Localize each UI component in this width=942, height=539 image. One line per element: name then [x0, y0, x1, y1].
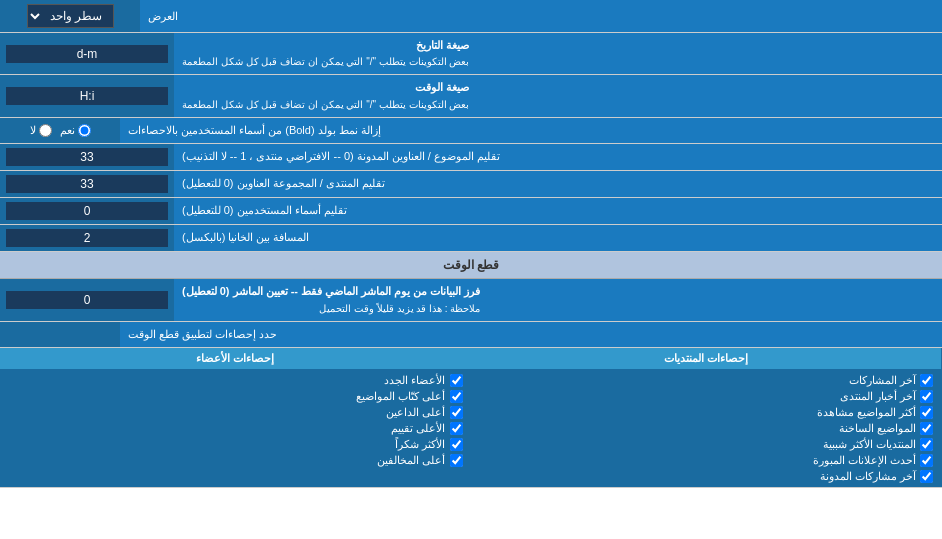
gap-input[interactable]: [6, 229, 168, 247]
forum-address-input[interactable]: [6, 175, 168, 193]
checkbox-label-6[interactable]: آخر مشاركات المدونة: [479, 470, 934, 483]
checkbox-label-4[interactable]: المنتديات الأكثر شببية: [479, 438, 934, 451]
usernames-trim-input-cell: [0, 198, 174, 224]
stats-apply-row: حدد إحصاءات لتطبيق قطع الوقت: [0, 322, 942, 348]
checkbox-m-label-4[interactable]: الأكثر شكراً: [8, 438, 463, 451]
cutoff-row: فرز البيانات من يوم الماشر الماضي فقط --…: [0, 279, 942, 321]
checkbox-label-2[interactable]: أكثر المواضيع مشاهدة: [479, 406, 934, 419]
date-format-label: صيغة التاريخ بعض التكوينات يتطلب "/" الت…: [174, 33, 942, 74]
checkboxes-area: إحصاءات المنتديات آخر المشاركات آخر أخبا…: [0, 348, 942, 488]
member-stats-col: إحصاءات الأعضاء الأعضاء الجدد أعلى كتّاب…: [0, 348, 471, 487]
forum-stats-checkboxes: آخر المشاركات آخر أخبار المنتدى أكثر الم…: [471, 370, 942, 487]
checkbox-label-1[interactable]: آخر أخبار المنتدى: [479, 390, 934, 403]
cutoff-label: فرز البيانات من يوم الماشر الماضي فقط --…: [174, 279, 942, 320]
member-stats-header: إحصاءات الأعضاء: [0, 348, 471, 370]
top-dropdown-cell[interactable]: سطر واحد سطران ثلاثة أسطر: [0, 0, 140, 32]
checkbox-m-4[interactable]: [450, 438, 463, 451]
checkbox-label-3[interactable]: المواضيع الساخنة: [479, 422, 934, 435]
date-format-input[interactable]: [6, 45, 168, 63]
checkbox-6[interactable]: [920, 470, 933, 483]
radio-no[interactable]: [39, 124, 52, 137]
top-label: العرض: [140, 0, 942, 32]
checkbox-m-label-1[interactable]: أعلى كتّاب المواضيع: [8, 390, 463, 403]
forum-stats-col: إحصاءات المنتديات آخر المشاركات آخر أخبا…: [471, 348, 943, 487]
checkbox-1[interactable]: [920, 390, 933, 403]
bold-remove-label: إزالة نمط بولد (Bold) من أسماء المستخدمي…: [120, 118, 942, 143]
checkbox-m-label-5[interactable]: أعلى المخالفين: [8, 454, 463, 467]
checkbox-m-label-0[interactable]: الأعضاء الجدد: [8, 374, 463, 387]
time-format-input-cell: [0, 75, 174, 116]
radio-yes-label[interactable]: نعم: [60, 124, 91, 137]
forum-address-input-cell: [0, 171, 174, 197]
gap-row: المسافة بين الخانيا (بالبكسل): [0, 225, 942, 252]
section-header: قطع الوقت: [0, 252, 942, 279]
subject-address-input-cell: [0, 144, 174, 170]
checkbox-m-label-3[interactable]: الأعلى تقييم: [8, 422, 463, 435]
date-format-row: صيغة التاريخ بعض التكوينات يتطلب "/" الت…: [0, 33, 942, 75]
radio-no-label[interactable]: لا: [30, 124, 52, 137]
usernames-trim-row: تقليم أسماء المستخدمين (0 للتعطيل): [0, 198, 942, 225]
checkbox-m-3[interactable]: [450, 422, 463, 435]
subject-address-label: تقليم الموضوع / العناوين المدونة (0 -- ا…: [174, 144, 942, 170]
subject-address-input[interactable]: [6, 148, 168, 166]
cutoff-input[interactable]: [6, 291, 168, 309]
checkbox-m-label-2[interactable]: أعلى الداعين: [8, 406, 463, 419]
cutoff-input-cell: [0, 279, 174, 320]
gap-input-cell: [0, 225, 174, 251]
time-format-row: صيغة الوقت بعض التكوينات يتطلب "/" التي …: [0, 75, 942, 117]
stats-apply-label: حدد إحصاءات لتطبيق قطع الوقت: [120, 322, 942, 347]
time-format-input[interactable]: [6, 87, 168, 105]
forum-stats-header: إحصاءات المنتديات: [471, 348, 942, 370]
checkbox-m-0[interactable]: [450, 374, 463, 387]
usernames-trim-label: تقليم أسماء المستخدمين (0 للتعطيل): [174, 198, 942, 224]
top-row: العرض سطر واحد سطران ثلاثة أسطر: [0, 0, 942, 33]
gap-label: المسافة بين الخانيا (بالبكسل): [174, 225, 942, 251]
checkbox-0[interactable]: [920, 374, 933, 387]
time-format-label: صيغة الوقت بعض التكوينات يتطلب "/" التي …: [174, 75, 942, 116]
date-format-input-cell: [0, 33, 174, 74]
radio-yes[interactable]: [78, 124, 91, 137]
bold-remove-row: إزالة نمط بولد (Bold) من أسماء المستخدمي…: [0, 118, 942, 144]
checkbox-3[interactable]: [920, 422, 933, 435]
checkbox-m-2[interactable]: [450, 406, 463, 419]
checkbox-label-0[interactable]: آخر المشاركات: [479, 374, 934, 387]
checkbox-4[interactable]: [920, 438, 933, 451]
usernames-trim-input[interactable]: [6, 202, 168, 220]
bold-remove-radio-cell: نعم لا: [0, 118, 120, 143]
forum-address-label: تقليم المنتدى / المجموعة العناوين (0 للت…: [174, 171, 942, 197]
checkbox-m-5[interactable]: [450, 454, 463, 467]
checkbox-5[interactable]: [920, 454, 933, 467]
checkbox-2[interactable]: [920, 406, 933, 419]
checkbox-m-1[interactable]: [450, 390, 463, 403]
member-stats-checkboxes: الأعضاء الجدد أعلى كتّاب المواضيع أعلى ا…: [0, 370, 471, 471]
checkbox-label-5[interactable]: أحدث الإعلانات المبورة: [479, 454, 934, 467]
forum-address-row: تقليم المنتدى / المجموعة العناوين (0 للت…: [0, 171, 942, 198]
subject-address-row: تقليم الموضوع / العناوين المدونة (0 -- ا…: [0, 144, 942, 171]
top-dropdown-select[interactable]: سطر واحد سطران ثلاثة أسطر: [27, 4, 114, 28]
